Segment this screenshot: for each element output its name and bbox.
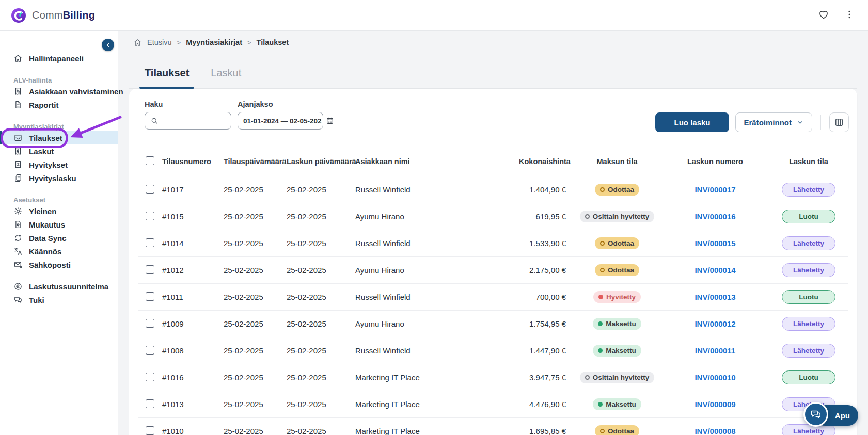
payment-status-badge: Odottaa (595, 184, 639, 196)
invoice-status-pill: Luotu (782, 210, 835, 223)
sidebar: HallintapaneeliALV-hallintaAsiakkaan vah… (0, 31, 118, 435)
payment-status-badge: Maksettu (593, 345, 641, 357)
invoice-date: 25-02-2025 (287, 239, 355, 248)
invoice-number-link[interactable]: INV/000013 (695, 293, 735, 301)
sidebar-item-mukautus[interactable]: Mukautus (0, 218, 118, 231)
invoice-date: 25-02-2025 (287, 319, 355, 328)
sidebar-item-yleinen[interactable]: Yleinen (0, 204, 118, 218)
invoice-status-pill: Lähetetty (782, 317, 835, 331)
sidebar-item-label: Mukautus (29, 220, 65, 229)
row-checkbox[interactable] (146, 212, 154, 220)
content-card: Haku Ajanjakso 01-01-2024 — 02-05-202 (129, 89, 857, 435)
invoice-number-link[interactable]: INV/000015 (695, 239, 735, 248)
invoice-number-link[interactable]: INV/000016 (695, 212, 735, 221)
kebab-menu-icon[interactable] (843, 8, 856, 22)
select-all-checkbox[interactable] (146, 156, 154, 165)
sidebar-item-data-sync[interactable]: Data Sync (0, 231, 118, 245)
sidebar-item-tilaukset[interactable]: Tilaukset (0, 131, 118, 144)
email-gear-icon (13, 260, 23, 269)
help-chat-button[interactable] (803, 402, 828, 427)
sidebar-item-label: Raportit (29, 101, 59, 109)
total-amount: 3.947,75 € (519, 373, 573, 382)
breadcrumb-item-etusivu[interactable]: Etusivu (147, 38, 172, 46)
date-range-input[interactable]: 01-01-2024 — 02-05-202 (238, 112, 323, 130)
table-body: #101725-02-202525-02-2025Russell Winfiel… (138, 176, 848, 435)
sidebar-item-asiakkaan-vahvistaminen[interactable]: Asiakkaan vahvistaminen (0, 85, 118, 98)
sidebar-item-kaannos[interactable]: Käännös (0, 245, 118, 258)
sidebar-item-label: Laskut (29, 147, 54, 156)
batch-actions-button[interactable]: Erätoiminnot (735, 112, 813, 132)
invoice-number-link[interactable]: INV/000008 (695, 427, 735, 435)
table-row: #101725-02-202525-02-2025Russell Winfiel… (138, 176, 848, 203)
order-number: #1012 (162, 266, 224, 275)
order-number: #1013 (162, 400, 224, 409)
sidebar-item-label: Käännös (29, 247, 61, 256)
invoice-number-link[interactable]: INV/000017 (695, 185, 735, 194)
sidebar-section-myyntiasiakirjat: Myyntiasiakirjat (13, 122, 118, 131)
sidebar-item-label: Hallintapaneeli (29, 54, 84, 63)
orders-table: TilausnumeroTilauspäivämääräLaskun päivä… (138, 147, 848, 435)
tab-tilaukset[interactable]: Tilaukset (145, 58, 189, 88)
row-checkbox[interactable] (146, 265, 154, 274)
customer-name: Ayumu Hirano (355, 212, 519, 221)
total-amount: 1.754,95 € (519, 319, 573, 328)
row-checkbox[interactable] (146, 292, 154, 301)
customer-name: Marketing IT Place (355, 400, 519, 409)
payment-status-badge: Odottaa (595, 425, 639, 435)
topbar: CommBilling (0, 0, 868, 31)
sidebar-item-laskut[interactable]: Laskut (0, 144, 118, 158)
sidebar-item-label: Data Sync (29, 234, 67, 243)
sidebar-item-hyvitykset[interactable]: Hyvitykset (0, 158, 118, 171)
payment-status-badge: Hyvitetty (593, 291, 641, 303)
invoice-number-link[interactable]: INV/000010 (695, 373, 735, 382)
row-checkbox[interactable] (146, 185, 154, 194)
breadcrumb-item-myyntiasiakirjat[interactable]: Myyntiasiakirjat (186, 38, 242, 46)
row-checkbox[interactable] (146, 346, 154, 355)
sidebar-item-label: Sähköposti (29, 261, 71, 269)
toolbar-divider (820, 115, 821, 130)
favorite-heart-icon[interactable] (817, 8, 830, 22)
column-header-laskun-numero: Laskun numero (661, 157, 769, 166)
order-date: 25-02-2025 (224, 427, 287, 435)
row-checkbox[interactable] (146, 373, 154, 381)
sidebar-item-hyvityslasku[interactable]: Hyvityslasku (0, 171, 118, 185)
total-amount: 1.404,90 € (519, 185, 573, 194)
date-range-label: Ajanjakso (238, 100, 323, 108)
sidebar-divider (0, 271, 118, 280)
column-header-tilauspaivamaara: Tilauspäivämäärä (224, 157, 287, 166)
table-row: #101525-02-202525-02-2025Ayumu Hirano619… (138, 203, 848, 230)
sidebar-item-raportit[interactable]: Raportit (0, 98, 118, 111)
table-row: #101325-02-202525-02-2025Marketing IT Pl… (138, 391, 848, 418)
create-invoice-button[interactable]: Luo lasku (655, 112, 729, 132)
invoice-number-link[interactable]: INV/000009 (695, 400, 735, 409)
status-dot-icon (598, 321, 603, 326)
sidebar-item-hallintapaneeli[interactable]: Hallintapaneeli (0, 52, 118, 65)
batch-actions-label: Erätoiminnot (744, 118, 792, 127)
invoice-status-pill: Luotu (782, 370, 835, 384)
order-date: 25-02-2025 (224, 266, 287, 275)
order-number: #1015 (162, 212, 224, 221)
invoice-number-link[interactable]: INV/000011 (695, 346, 735, 355)
column-header-laskun-tila: Laskun tila (769, 157, 848, 166)
row-checkbox[interactable] (146, 426, 154, 435)
customer-name: Marketing IT Place (355, 373, 519, 382)
sidebar-item-laskutussuunnitelma[interactable]: Laskutussuunnitelma (0, 280, 118, 293)
invoice-status-pill: Lähetetty (782, 236, 835, 250)
row-checkbox[interactable] (146, 399, 154, 408)
sidebar-item-label: Hyvitykset (29, 160, 68, 169)
invoice-number-link[interactable]: INV/000012 (695, 319, 735, 328)
invoice-number-link[interactable]: INV/000014 (695, 266, 735, 275)
columns-settings-button[interactable] (829, 112, 849, 132)
sidebar-item-sahkoposti[interactable]: Sähköposti (0, 258, 118, 271)
invoice-date: 25-02-2025 (287, 400, 355, 409)
row-checkbox[interactable] (146, 319, 154, 328)
gear-icon (13, 206, 23, 216)
breadcrumb-item-tilaukset[interactable]: Tilaukset (257, 38, 289, 46)
tab-laskut[interactable]: Laskut (211, 58, 241, 88)
search-input[interactable] (162, 116, 226, 125)
row-checkbox[interactable] (146, 238, 154, 247)
sidebar-collapse-button[interactable] (102, 39, 114, 51)
breadcrumb: Etusivu>Myyntiasiakirjat>Tilaukset (133, 31, 289, 54)
table-row: #100925-02-202525-02-2025Ayumu Hirano1.7… (138, 311, 848, 337)
sidebar-item-tuki[interactable]: Tuki (0, 293, 118, 307)
